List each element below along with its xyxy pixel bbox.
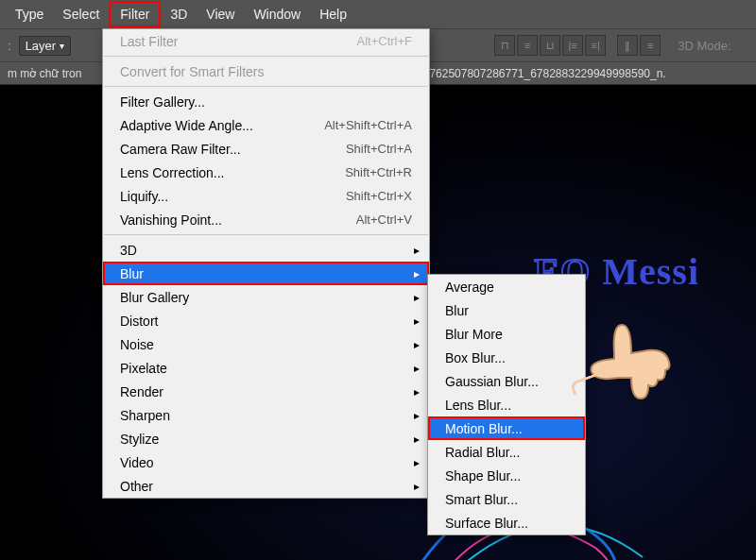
align-icon[interactable]: ⊓ bbox=[494, 35, 515, 56]
menu-select[interactable]: Select bbox=[53, 3, 109, 25]
menu-video-sub[interactable]: Video bbox=[103, 450, 429, 474]
layer-dropdown-label: Layer bbox=[26, 39, 57, 53]
menu-sharpen-sub[interactable]: Sharpen bbox=[103, 403, 429, 427]
submenu-radial-blur[interactable]: Radial Blur... bbox=[428, 440, 585, 464]
menu-view[interactable]: View bbox=[197, 3, 244, 25]
menu-filter[interactable]: Filter bbox=[109, 1, 161, 27]
submenu-smart-blur[interactable]: Smart Blur... bbox=[428, 487, 585, 511]
align-icon[interactable]: |≡ bbox=[562, 35, 583, 56]
menu-separator bbox=[104, 234, 428, 235]
menu-distort-sub[interactable]: Distort bbox=[103, 309, 429, 332]
menu-other-sub[interactable]: Other bbox=[103, 474, 429, 498]
mode-label: 3D Mode: bbox=[678, 39, 730, 53]
menu-blur-gallery-sub[interactable]: Blur Gallery bbox=[103, 285, 429, 309]
menu-3d[interactable]: 3D bbox=[161, 3, 197, 25]
menu-pixelate-sub[interactable]: Pixelate bbox=[103, 356, 429, 380]
menu-render-sub[interactable]: Render bbox=[103, 380, 429, 403]
menu-window[interactable]: Window bbox=[244, 3, 310, 25]
menu-blur-sub[interactable]: Blur bbox=[103, 262, 429, 285]
menu-last-filter: Last FilterAlt+Ctrl+F bbox=[103, 29, 429, 53]
pointer-hand-icon bbox=[586, 312, 671, 406]
menu-help[interactable]: Help bbox=[310, 3, 356, 25]
menu-separator bbox=[104, 86, 428, 87]
submenu-shape-blur[interactable]: Shape Blur... bbox=[428, 464, 585, 487]
layer-dropdown[interactable]: Layer ▾ bbox=[19, 36, 72, 56]
submenu-blur-more[interactable]: Blur More bbox=[428, 322, 585, 346]
menu-stylize-sub[interactable]: Stylize bbox=[103, 427, 429, 450]
menu-camera-raw[interactable]: Camera Raw Filter...Shift+Ctrl+A bbox=[103, 137, 429, 161]
submenu-box-blur[interactable]: Box Blur... bbox=[428, 346, 585, 369]
align-icon[interactable]: ≡| bbox=[585, 35, 606, 56]
menu-adaptive-wide[interactable]: Adaptive Wide Angle...Alt+Shift+Ctrl+A bbox=[103, 113, 429, 137]
distribute-icon[interactable]: ≡ bbox=[640, 35, 661, 56]
menu-convert-smart: Convert for Smart Filters bbox=[103, 59, 429, 83]
submenu-gaussian-blur[interactable]: Gaussian Blur... bbox=[428, 369, 585, 393]
filter-menu: Last FilterAlt+Ctrl+F Convert for Smart … bbox=[102, 28, 430, 499]
align-icon-group: ⊓ ≡ ⊔ |≡ ≡| ‖ ≡ bbox=[494, 35, 661, 56]
menu-separator bbox=[104, 56, 428, 57]
menu-liquify[interactable]: Liquify...Shift+Ctrl+X bbox=[103, 184, 429, 208]
submenu-surface-blur[interactable]: Surface Blur... bbox=[428, 511, 585, 535]
doc-tab-right[interactable]: /662_762507807286771_6782883229949998590… bbox=[401, 67, 665, 80]
submenu-average[interactable]: Average bbox=[428, 275, 585, 298]
doc-tab-left[interactable]: m mờ chữ tron bbox=[8, 67, 81, 80]
menu-type[interactable]: Type bbox=[6, 3, 53, 25]
menu-filter-gallery[interactable]: Filter Gallery... bbox=[103, 90, 429, 113]
menu-vanishing-point[interactable]: Vanishing Point...Alt+Ctrl+V bbox=[103, 208, 429, 231]
menu-bar: Type Select Filter 3D View Window Help bbox=[0, 0, 756, 28]
submenu-lens-blur[interactable]: Lens Blur... bbox=[428, 393, 585, 416]
distribute-icon[interactable]: ‖ bbox=[617, 35, 638, 56]
blur-submenu: Average Blur Blur More Box Blur... Gauss… bbox=[427, 274, 586, 535]
align-icon[interactable]: ≡ bbox=[517, 35, 538, 56]
chevron-down-icon: ▾ bbox=[60, 41, 64, 51]
align-icon[interactable]: ⊔ bbox=[540, 35, 560, 56]
submenu-motion-blur[interactable]: Motion Blur... bbox=[428, 416, 585, 440]
menu-lens-correction[interactable]: Lens Correction...Shift+Ctrl+R bbox=[103, 161, 429, 184]
submenu-blur[interactable]: Blur bbox=[428, 298, 585, 322]
menu-3d-sub[interactable]: 3D bbox=[103, 238, 429, 262]
menu-noise-sub[interactable]: Noise bbox=[103, 332, 429, 356]
